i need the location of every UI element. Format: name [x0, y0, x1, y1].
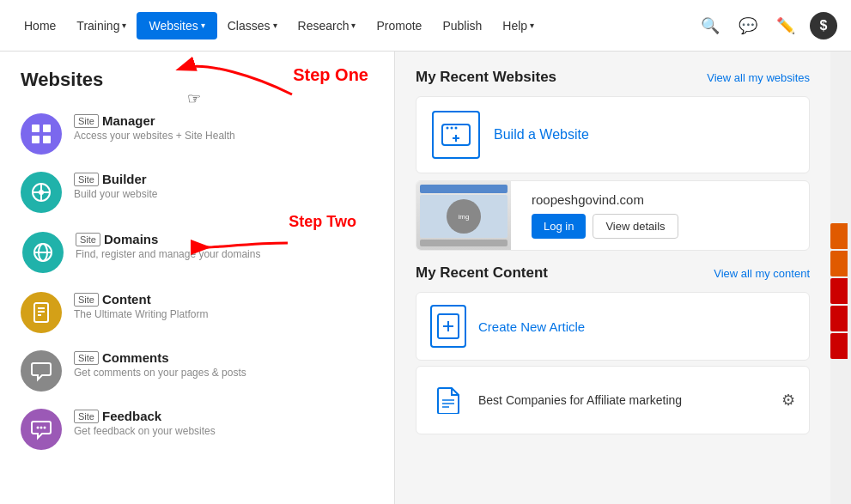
content-text: Site Content The Ultimate Writing Platfo… — [74, 292, 209, 320]
chat-button[interactable]: 💬 — [734, 12, 762, 39]
article-icon — [430, 379, 466, 422]
main-content: Websites Step One Site Manager Access — [0, 52, 851, 504]
recent-websites-header: My Recent Websites View all my websites — [416, 69, 810, 86]
feedback-text: Site Feedback Get feedback on your websi… — [74, 409, 216, 437]
svg-rect-2 — [32, 136, 40, 143]
domains-icon — [22, 232, 64, 273]
domains-text: Site Domains Find, register and manage y… — [76, 232, 260, 260]
website-name: roopeshgovind.com — [532, 192, 799, 207]
svg-rect-3 — [43, 136, 51, 143]
website-actions: Log in View details — [532, 214, 799, 239]
nav-publish[interactable]: Publish — [432, 12, 492, 39]
nav-research[interactable]: Research ▾ — [288, 12, 367, 39]
site-badge: Site — [74, 410, 99, 423]
menu-item-comments[interactable]: Site Comments Get comments on your pages… — [21, 342, 374, 400]
nav-icon-group: 🔍 💬 ✏️ $ — [696, 12, 837, 39]
site-badge: Site — [76, 233, 100, 246]
chevron-down-icon: ▾ — [530, 21, 534, 30]
menu-item-content[interactable]: Site Content The Ultimate Writing Platfo… — [21, 283, 374, 342]
svg-point-7 — [39, 190, 44, 195]
nav-help[interactable]: Help ▾ — [492, 12, 544, 39]
svg-point-17 — [44, 427, 46, 429]
recent-content-header: My Recent Content View all my content — [416, 264, 810, 282]
accent-block-4 — [830, 306, 848, 331]
svg-point-19 — [447, 127, 449, 130]
comments-icon — [21, 350, 62, 392]
article-title: Best Companies for Affiliate marketing — [478, 393, 769, 407]
svg-point-16 — [40, 427, 43, 429]
step-one-label: Step One — [293, 65, 368, 85]
svg-point-15 — [37, 427, 40, 429]
site-badge: Site — [74, 351, 99, 365]
comments-text: Site Comments Get comments on your pages… — [74, 350, 246, 379]
menu-item-feedback[interactable]: Site Feedback Get feedback on your websi… — [21, 400, 374, 458]
builder-icon — [21, 172, 62, 213]
accent-block-5 — [830, 333, 848, 359]
search-button[interactable]: 🔍 — [696, 12, 724, 39]
manager-text: Site Manager Access your websites + Site… — [74, 113, 235, 142]
feedback-icon — [21, 409, 62, 450]
recent-content-title: My Recent Content — [416, 264, 548, 282]
nav-training[interactable]: Training ▾ — [66, 12, 137, 39]
create-article-icon — [430, 305, 466, 348]
step-two-label: Step Two — [289, 213, 356, 231]
dollar-button[interactable]: $ — [810, 12, 837, 39]
nav-classes[interactable]: Classes ▾ — [217, 12, 288, 39]
view-all-content-link[interactable]: View all my content — [714, 267, 810, 280]
menu-item-manager[interactable]: Site Manager Access your websites + Site… — [21, 105, 374, 163]
nav-home[interactable]: Home — [14, 12, 66, 39]
right-panel: My Recent Websites View all my websites … — [395, 52, 830, 504]
website-info: roopeshgovind.com Log in View details — [521, 192, 809, 239]
content-icon — [21, 292, 62, 333]
website-card: img roopeshgovind.com Log in View detail… — [416, 180, 810, 251]
chevron-down-icon: ▾ — [273, 21, 277, 30]
view-details-button[interactable]: View details — [593, 214, 678, 239]
article-card: Best Companies for Affiliate marketing ⚙ — [416, 366, 810, 434]
accent-block-2 — [830, 251, 848, 276]
svg-rect-0 — [32, 124, 40, 132]
site-badge: Site — [74, 173, 99, 186]
nav-promote[interactable]: Promote — [366, 12, 432, 39]
websites-dropdown: Websites Step One Site Manager Access — [0, 52, 395, 504]
gear-icon[interactable]: ⚙ — [781, 391, 795, 410]
chevron-down-icon: ▾ — [201, 21, 205, 30]
build-website-label: Build a Website — [494, 127, 589, 143]
build-website-card[interactable]: Build a Website — [416, 96, 810, 173]
create-article-label: Create New Article — [478, 319, 585, 334]
create-article-card[interactable]: Create New Article — [416, 292, 810, 361]
accent-block-3 — [830, 278, 848, 304]
website-thumbnail: img — [416, 181, 511, 250]
navbar: Home Training ▾ Websites ▾ Classes ▾ Res… — [0, 0, 851, 52]
svg-point-20 — [451, 127, 453, 130]
side-accent — [830, 52, 851, 504]
view-all-websites-link[interactable]: View all my websites — [707, 71, 810, 84]
site-badge: Site — [74, 293, 99, 307]
cursor-hand-icon: ☞ — [187, 89, 201, 108]
svg-rect-1 — [43, 124, 51, 132]
accent-block-1 — [830, 223, 848, 249]
login-button[interactable]: Log in — [532, 214, 586, 239]
recent-websites-title: My Recent Websites — [416, 69, 556, 86]
nav-websites[interactable]: Websites ▾ — [137, 12, 216, 39]
chevron-down-icon: ▾ — [351, 21, 356, 30]
site-badge: Site — [74, 114, 99, 128]
manager-icon — [21, 113, 62, 155]
builder-text: Site Builder Build your website — [74, 172, 157, 200]
svg-point-21 — [455, 127, 458, 130]
build-website-icon — [432, 111, 480, 159]
edit-button[interactable]: ✏️ — [772, 12, 799, 39]
chevron-down-icon: ▾ — [122, 21, 126, 30]
